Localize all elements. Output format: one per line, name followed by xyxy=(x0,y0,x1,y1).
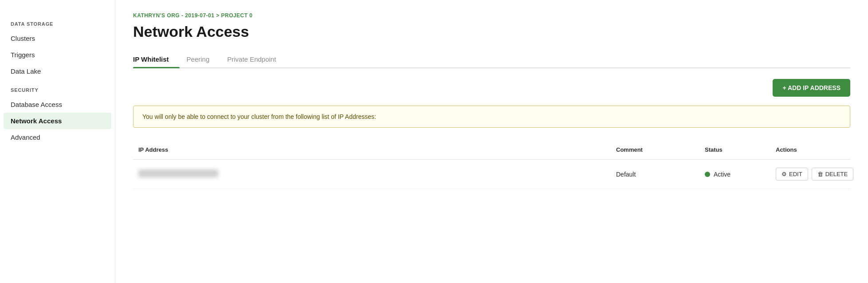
status-dot-icon xyxy=(705,172,710,177)
tab-peering[interactable]: Peering xyxy=(187,51,220,67)
edit-label: EDIT xyxy=(789,171,802,177)
page-title: Network Access xyxy=(133,23,850,40)
breadcrumb: KATHRYN'S ORG - 2019-07-01 > PROJECT 0 xyxy=(133,12,850,19)
trash-icon: 🗑 xyxy=(817,171,823,177)
col-header-ip-address: IP Address xyxy=(133,145,611,155)
sidebar-section-security: SECURITY xyxy=(0,79,115,96)
sidebar-item-data-lake[interactable]: Data Lake xyxy=(0,63,115,79)
col-header-comment: Comment xyxy=(611,145,699,155)
tabs-bar: IP Whitelist Peering Private Endpoint xyxy=(133,51,850,68)
table-row: Default Active ⚙ EDIT 🗑 DELETE xyxy=(133,160,850,189)
breadcrumb-org: KATHRYN'S ORG - 2019-07-01 xyxy=(133,12,214,19)
tab-private-endpoint[interactable]: Private Endpoint xyxy=(227,51,287,67)
delete-button[interactable]: 🗑 DELETE xyxy=(812,168,854,181)
info-message-box: You will only be able to connect to your… xyxy=(133,106,850,128)
breadcrumb-project: PROJECT 0 xyxy=(221,12,253,19)
table-header: IP Address Comment Status Actions xyxy=(133,140,850,160)
cell-comment: Default xyxy=(611,169,699,180)
cell-status: Active xyxy=(699,169,770,180)
cell-actions: ⚙ EDIT 🗑 DELETE xyxy=(770,166,850,182)
sidebar: DATA STORAGE Clusters Triggers Data Lake… xyxy=(0,0,115,283)
ip-blurred-value xyxy=(138,169,218,177)
edit-button[interactable]: ⚙ EDIT xyxy=(776,168,808,181)
sidebar-item-database-access[interactable]: Database Access xyxy=(0,96,115,113)
sidebar-item-clusters[interactable]: Clusters xyxy=(0,30,115,47)
col-header-status: Status xyxy=(699,145,770,155)
sidebar-section-data-storage: DATA STORAGE xyxy=(0,13,115,30)
col-header-actions: Actions xyxy=(770,145,850,155)
main-content: KATHRYN'S ORG - 2019-07-01 > PROJECT 0 N… xyxy=(115,0,868,283)
breadcrumb-separator: > xyxy=(214,12,221,19)
delete-label: DELETE xyxy=(825,171,848,177)
sidebar-item-triggers[interactable]: Triggers xyxy=(0,47,115,63)
cell-ip-address xyxy=(133,168,611,181)
tab-ip-whitelist[interactable]: IP Whitelist xyxy=(133,51,180,67)
sidebar-item-advanced[interactable]: Advanced xyxy=(0,129,115,145)
status-label: Active xyxy=(714,171,731,178)
toolbar: + ADD IP ADDRESS xyxy=(133,79,850,97)
gear-icon: ⚙ xyxy=(782,171,787,177)
add-ip-button[interactable]: + ADD IP ADDRESS xyxy=(773,79,850,97)
sidebar-item-network-access[interactable]: Network Access xyxy=(4,113,111,129)
ip-table: IP Address Comment Status Actions Defaul… xyxy=(133,140,850,189)
